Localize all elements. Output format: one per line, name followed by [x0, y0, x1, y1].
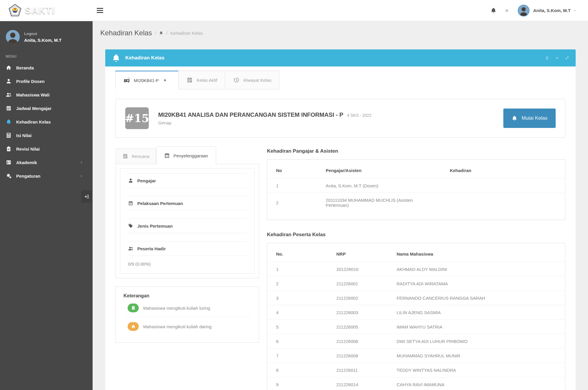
sidebar-toggle-hamburger-icon[interactable]: [97, 5, 108, 16]
logout-link[interactable]: Logout: [24, 31, 62, 36]
tab-kelas-aktif[interactable]: Kelas Aktif: [178, 71, 225, 89]
user-menu[interactable]: Anita, S.Kom, M.T: [533, 8, 571, 13]
sign-out-icon: [84, 194, 89, 199]
peserta-table: No.NRPNama Mahasiswa 1 201226010 AKHMAD …: [267, 246, 565, 390]
id-card-icon: [6, 159, 12, 165]
collapse-panel-icon[interactable]: [555, 56, 559, 60]
home-icon: [6, 65, 12, 71]
detail-peserta-hadir: Peserta Hadir 0/9 (0.00%): [127, 241, 247, 267]
calendar-grid-icon: [122, 153, 128, 159]
close-tab-icon[interactable]: [163, 78, 167, 82]
sidebar-item-akademik[interactable]: Akademik: [0, 156, 93, 169]
detail-jenis-pertemuan: Jenis Pertemuan: [127, 219, 247, 233]
table-row: 6 211226006 DWI SETYA ADI LUHUR PRIBOWO: [267, 334, 565, 349]
menu-section-label: MENU: [0, 46, 93, 61]
home-icon: [131, 324, 136, 329]
table-row: 8 211226011 TEDDY WINTYAS NALINDRA: [267, 363, 565, 377]
breadcrumb-home-bell-icon[interactable]: [159, 31, 163, 35]
table-row: 4 211226003 LILIN AJENG SASMIA: [267, 305, 565, 320]
peserta-col-no: No.: [267, 246, 328, 262]
sidebar-item-kehadiran-kelas[interactable]: Kehadiran Kelas: [0, 115, 93, 129]
class-info-card: #15 MI20KB41 ANALISA DAN PERANCANGAN SIS…: [116, 99, 565, 138]
sidebar-item-jadwal-mengajar[interactable]: Jadwal Mengajar: [0, 101, 93, 115]
droplet-icon[interactable]: [545, 56, 549, 60]
panel-header: Kehadiran Kelas: [105, 49, 576, 66]
table-row: 7 211226008 MUHAMMAD SYAHRUL MUNIR: [267, 349, 565, 363]
building-icon: [131, 306, 136, 310]
kehadiran-panel: Kehadiran Kelas MI20KB41-P: [105, 49, 576, 390]
calculator-icon: [6, 132, 12, 138]
pengajar-table-heading: Kehadiran Pangajar & Asisten: [267, 148, 565, 154]
tab-mi20kb41-p[interactable]: MI20KB41-P: [115, 71, 178, 89]
subtab-penyelenggaraan[interactable]: 17 Penyelenggaraan: [156, 146, 216, 164]
table-row: 2 211226001 RADITYA ADI WIRATAMA: [267, 276, 565, 291]
panel-bell-icon: [112, 53, 121, 63]
bell-icon: [6, 119, 12, 125]
breadcrumb: Kehadiran Kelas / / Kehadiran Kelas: [93, 21, 588, 37]
penyelenggaraan-content: Pengajar 17 Pelaksaan Pertemuan: [116, 164, 259, 278]
subtab-rencana[interactable]: Rencana: [116, 148, 156, 164]
svg-text:17: 17: [166, 155, 168, 157]
logo-wordmark: SAKTI: [25, 5, 55, 16]
history-icon: [233, 77, 240, 83]
legend-mahasiswa-mengikuti-kuliah-luring: Mahasiswa mengikuti kuliah luring: [123, 299, 251, 317]
peserta-col-nrp: NRP: [328, 246, 388, 262]
tag-icon: [128, 223, 133, 229]
sidebar-item-revisi-nilai[interactable]: Revisi Nilai: [0, 142, 93, 156]
panel-body: MI20KB41-P Kelas Aktif Riwayat Kel: [105, 66, 576, 390]
panel-title: Kehadiran Kelas: [125, 55, 164, 61]
sidebar-user-panel: Logout Anita, S.Kom, M.T: [0, 21, 93, 46]
gears-icon: [6, 173, 12, 179]
calendar-grid-icon: [6, 105, 12, 111]
pengajar-table-box: NoPengajar/AsistenKehadiran 1 Anita, S.K…: [267, 159, 565, 220]
sidebar: Logout Anita, S.Kom, M.T MENU Beranda Pr…: [0, 21, 93, 390]
peserta-table-heading: Kehadiran Peserta Kelas: [267, 232, 565, 238]
status-dot-icon: [505, 9, 508, 12]
user-icon: [6, 78, 12, 84]
keterangan-title: Keterangan: [123, 293, 251, 299]
svg-text:17: 17: [130, 203, 131, 204]
clipboard-check-icon: [6, 146, 12, 152]
sidebar-avatar: [6, 30, 20, 44]
sidebar-item-beranda[interactable]: Beranda: [0, 61, 93, 74]
sidebar-item-isi-nilai[interactable]: Isi Nilai: [0, 129, 93, 142]
detail-value: 0/9 (0.00%): [127, 256, 247, 267]
table-row: 1 201226010 AKHMAD ALDY MALDINI: [267, 262, 565, 276]
app-logo[interactable]: SAKTI: [0, 0, 93, 21]
users-icon: [128, 246, 133, 251]
calendar-grid-icon: [186, 77, 193, 83]
detail-pelaksaan-pertemuan: 17 Pelaksaan Pertemuan: [127, 196, 247, 211]
calendar-17-icon: 17: [128, 201, 133, 206]
table-row: 3 211226002 FERNANDO CANCERIUS RANGGA SA…: [267, 291, 565, 305]
user-avatar[interactable]: [518, 5, 529, 16]
sidebar-item-pengaturan[interactable]: Pengaturan: [0, 169, 93, 183]
table-row: 5 211226005 IMAM WAHYU SATRIA: [267, 320, 565, 334]
keterangan-box: Keterangan Mahasiswa mengikuti kuliah lu…: [116, 286, 259, 343]
sidebar-item-mahasiswa-wali[interactable]: Mahasiswa Wali: [0, 88, 93, 101]
detail-pengajar: Pengajar: [127, 173, 247, 188]
sidebar-item-profile-dosen[interactable]: Profile Dosen: [0, 74, 93, 88]
legend-mahasiswa-mengikuti-kuliah-daring: Mahasiswa mengikuti kuliah daring: [123, 317, 251, 335]
mulai-kelas-button[interactable]: Mulai Kelas: [503, 109, 556, 128]
class-number-badge: #15: [125, 107, 149, 129]
class-title: MI20KB41 ANALISA DAN PERANCANGAN SISTEM …: [158, 111, 343, 118]
page-title: Kehadiran Kelas: [100, 29, 152, 37]
peserta-col-nama-mahasiswa: Nama Mahasiswa: [388, 246, 565, 262]
calendar-17-icon: 17: [164, 153, 170, 159]
caret-down-icon[interactable]: [573, 9, 577, 13]
sidebar-user-name: Anita, S.Kom, M.T: [24, 38, 62, 43]
pengajar-table: NoPengajar/AsistenKehadiran 1 Anita, S.K…: [267, 162, 565, 212]
pengajar-col-no: No: [267, 162, 317, 179]
users-icon: [6, 92, 12, 98]
compress-panel-icon[interactable]: [565, 56, 569, 60]
table-row: 9 211226014 CAHYA RAVI IMAMUNA: [267, 377, 565, 390]
table-row: 2 201111034 MUHAMMAD MUCHLIS (Asisten Pe…: [267, 193, 565, 212]
university-emblem-icon: [8, 4, 22, 17]
chevron-right-icon: [80, 174, 83, 178]
tab-riwayat-kelas[interactable]: Riwayat Kelas: [225, 71, 279, 89]
peserta-table-box: No.NRPNama Mahasiswa 1 201226010 AKHMAD …: [267, 243, 565, 390]
topbar: SAKTI Anita, S.Kom, M.T: [0, 0, 588, 21]
content-area: Kehadiran Kelas / / Kehadiran Kelas Keha…: [93, 21, 588, 390]
sidebar-collapse-button[interactable]: [81, 190, 92, 203]
notifications-bell-icon[interactable]: [490, 7, 497, 14]
